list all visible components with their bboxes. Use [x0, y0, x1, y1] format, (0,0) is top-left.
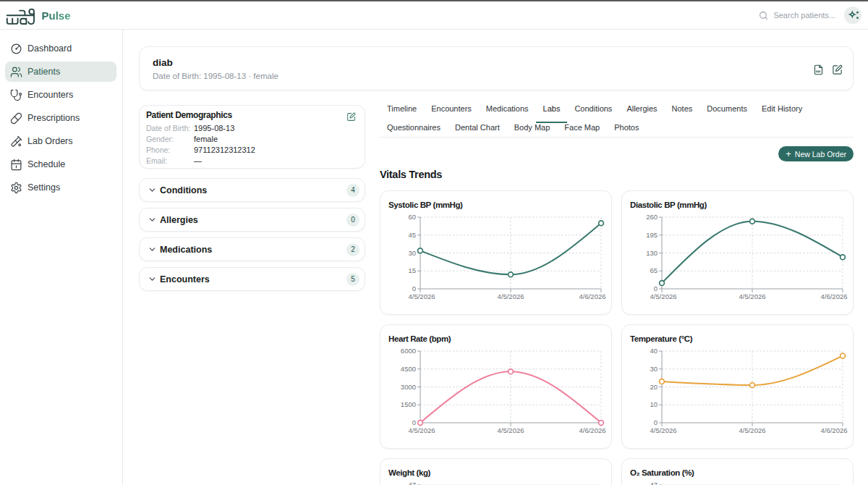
- svg-text:65: 65: [650, 266, 658, 274]
- svg-text:4500: 4500: [401, 365, 416, 373]
- svg-text:47: 47: [408, 481, 416, 485]
- svg-text:45: 45: [408, 231, 416, 239]
- svg-text:1500: 1500: [401, 400, 416, 408]
- svg-text:4/6/2026: 4/6/2026: [821, 292, 848, 300]
- svg-text:260: 260: [646, 213, 658, 221]
- svg-text:4/6/2026: 4/6/2026: [821, 426, 848, 434]
- svg-text:4/5/2026: 4/5/2026: [650, 426, 677, 434]
- svg-text:4/5/2026: 4/5/2026: [739, 426, 766, 434]
- svg-text:15: 15: [408, 266, 416, 274]
- svg-text:4/6/2026: 4/6/2026: [579, 426, 606, 434]
- svg-text:4/5/2026: 4/5/2026: [498, 426, 524, 434]
- svg-text:60: 60: [408, 213, 416, 221]
- svg-text:30: 30: [408, 249, 416, 257]
- svg-text:195: 195: [646, 231, 658, 239]
- svg-text:130: 130: [646, 249, 658, 257]
- svg-text:3000: 3000: [401, 383, 416, 391]
- svg-text:47: 47: [650, 481, 658, 485]
- svg-text:4/5/2026: 4/5/2026: [409, 426, 435, 434]
- svg-text:0: 0: [654, 418, 658, 426]
- svg-text:4/5/2026: 4/5/2026: [409, 292, 435, 300]
- svg-text:30: 30: [650, 365, 658, 373]
- svg-text:0: 0: [412, 284, 416, 292]
- svg-text:0: 0: [412, 418, 416, 426]
- svg-text:20: 20: [650, 383, 658, 391]
- svg-text:0: 0: [654, 284, 658, 292]
- svg-text:4/5/2026: 4/5/2026: [650, 292, 677, 300]
- svg-text:4/5/2026: 4/5/2026: [498, 292, 524, 300]
- svg-text:4/5/2026: 4/5/2026: [739, 292, 766, 300]
- svg-text:10: 10: [650, 400, 658, 408]
- svg-text:40: 40: [650, 347, 658, 355]
- svg-text:4/6/2026: 4/6/2026: [579, 292, 606, 300]
- svg-text:6000: 6000: [401, 347, 416, 355]
